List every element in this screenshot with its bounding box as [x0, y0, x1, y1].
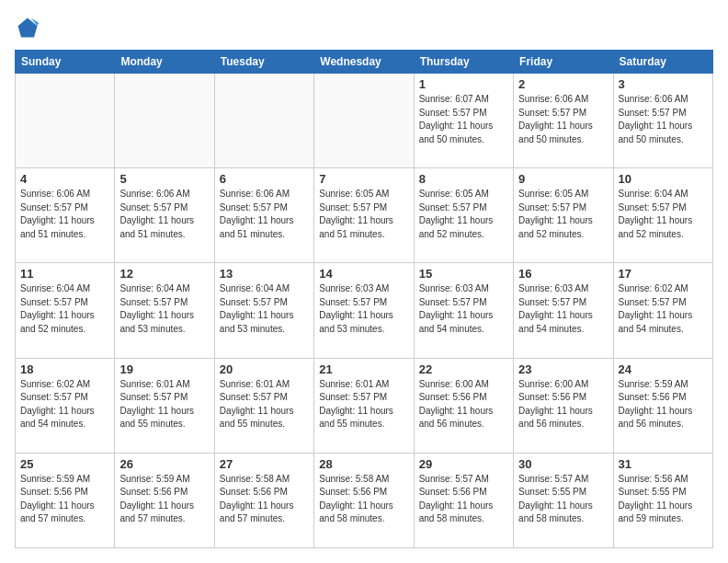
day-info: Sunrise: 6:00 AMSunset: 5:56 PMDaylight:… — [518, 378, 608, 431]
logo — [15, 15, 44, 40]
day-number: 15 — [419, 267, 508, 281]
day-cell-8: 8Sunrise: 6:05 AMSunset: 5:57 PMDaylight… — [414, 168, 513, 263]
day-number: 10 — [619, 172, 708, 186]
day-cell-7: 7Sunrise: 6:05 AMSunset: 5:57 PMDaylight… — [314, 168, 414, 263]
day-cell-27: 27Sunrise: 5:58 AMSunset: 5:56 PMDayligh… — [214, 453, 313, 547]
week-row-5: 25Sunrise: 5:59 AMSunset: 5:56 PMDayligh… — [16, 453, 713, 547]
day-info: Sunrise: 5:58 AMSunset: 5:56 PMDaylight:… — [220, 473, 309, 526]
day-cell-1: 1Sunrise: 6:07 AMSunset: 5:57 PMDaylight… — [414, 74, 513, 168]
week-row-2: 4Sunrise: 6:06 AMSunset: 5:57 PMDaylight… — [16, 168, 713, 263]
empty-cell — [214, 74, 313, 168]
day-cell-30: 30Sunrise: 5:57 AMSunset: 5:55 PMDayligh… — [514, 453, 613, 547]
day-cell-16: 16Sunrise: 6:03 AMSunset: 5:57 PMDayligh… — [514, 263, 613, 358]
calendar-table: SundayMondayTuesdayWednesdayThursdayFrid… — [15, 50, 713, 548]
day-cell-18: 18Sunrise: 6:02 AMSunset: 5:57 PMDayligh… — [16, 358, 115, 453]
day-info: Sunrise: 6:01 AMSunset: 5:57 PMDaylight:… — [220, 378, 309, 431]
day-info: Sunrise: 6:04 AMSunset: 5:57 PMDaylight:… — [119, 282, 209, 336]
weekday-header-row: SundayMondayTuesdayWednesdayThursdayFrid… — [16, 51, 713, 74]
day-cell-3: 3Sunrise: 6:06 AMSunset: 5:57 PMDaylight… — [613, 74, 712, 168]
day-info: Sunrise: 5:59 AMSunset: 5:56 PMDaylight:… — [619, 378, 708, 431]
day-number: 19 — [119, 362, 209, 376]
day-number: 20 — [220, 362, 309, 376]
day-info: Sunrise: 5:58 AMSunset: 5:56 PMDaylight:… — [319, 473, 408, 526]
day-number: 8 — [419, 172, 508, 186]
day-cell-26: 26Sunrise: 5:59 AMSunset: 5:56 PMDayligh… — [115, 453, 214, 547]
day-info: Sunrise: 6:07 AMSunset: 5:57 PMDaylight:… — [419, 93, 508, 146]
day-number: 31 — [619, 457, 708, 471]
page: SundayMondayTuesdayWednesdayThursdayFrid… — [0, 0, 728, 563]
day-number: 21 — [319, 362, 408, 376]
day-cell-11: 11Sunrise: 6:04 AMSunset: 5:57 PMDayligh… — [16, 263, 115, 358]
day-number: 18 — [20, 362, 109, 376]
day-cell-10: 10Sunrise: 6:04 AMSunset: 5:57 PMDayligh… — [613, 168, 712, 263]
day-cell-23: 23Sunrise: 6:00 AMSunset: 5:56 PMDayligh… — [514, 358, 613, 453]
day-cell-25: 25Sunrise: 5:59 AMSunset: 5:56 PMDayligh… — [16, 453, 115, 547]
day-info: Sunrise: 6:02 AMSunset: 5:57 PMDaylight:… — [619, 282, 708, 336]
day-info: Sunrise: 6:06 AMSunset: 5:57 PMDaylight:… — [518, 93, 608, 146]
day-cell-21: 21Sunrise: 6:01 AMSunset: 5:57 PMDayligh… — [314, 358, 414, 453]
day-info: Sunrise: 6:05 AMSunset: 5:57 PMDaylight:… — [319, 188, 408, 241]
day-cell-5: 5Sunrise: 6:06 AMSunset: 5:57 PMDaylight… — [115, 168, 214, 263]
day-number: 14 — [319, 267, 408, 281]
day-cell-4: 4Sunrise: 6:06 AMSunset: 5:57 PMDaylight… — [16, 168, 115, 263]
day-number: 25 — [20, 457, 109, 471]
day-cell-29: 29Sunrise: 5:57 AMSunset: 5:56 PMDayligh… — [414, 453, 513, 547]
day-number: 22 — [419, 362, 508, 376]
day-number: 2 — [518, 77, 608, 91]
empty-cell — [314, 74, 414, 168]
day-cell-22: 22Sunrise: 6:00 AMSunset: 5:56 PMDayligh… — [414, 358, 513, 453]
day-cell-12: 12Sunrise: 6:04 AMSunset: 5:57 PMDayligh… — [115, 263, 214, 358]
weekday-header-friday: Friday — [514, 51, 613, 74]
weekday-header-tuesday: Tuesday — [214, 51, 313, 74]
day-number: 29 — [419, 457, 508, 471]
day-cell-15: 15Sunrise: 6:03 AMSunset: 5:57 PMDayligh… — [414, 263, 513, 358]
day-info: Sunrise: 5:59 AMSunset: 5:56 PMDaylight:… — [20, 473, 109, 526]
day-info: Sunrise: 6:01 AMSunset: 5:57 PMDaylight:… — [319, 378, 408, 431]
weekday-header-saturday: Saturday — [613, 51, 712, 74]
day-number: 16 — [518, 267, 608, 281]
day-number: 24 — [619, 362, 708, 376]
day-cell-31: 31Sunrise: 5:56 AMSunset: 5:55 PMDayligh… — [613, 453, 712, 547]
day-info: Sunrise: 6:06 AMSunset: 5:57 PMDaylight:… — [20, 188, 109, 241]
day-info: Sunrise: 6:01 AMSunset: 5:57 PMDaylight:… — [119, 378, 209, 431]
day-cell-28: 28Sunrise: 5:58 AMSunset: 5:56 PMDayligh… — [314, 453, 414, 547]
day-info: Sunrise: 6:06 AMSunset: 5:57 PMDaylight:… — [220, 188, 309, 241]
day-number: 26 — [119, 457, 209, 471]
day-info: Sunrise: 6:04 AMSunset: 5:57 PMDaylight:… — [619, 188, 708, 241]
day-cell-2: 2Sunrise: 6:06 AMSunset: 5:57 PMDaylight… — [514, 74, 613, 168]
week-row-3: 11Sunrise: 6:04 AMSunset: 5:57 PMDayligh… — [16, 263, 713, 358]
day-number: 12 — [119, 267, 209, 281]
day-cell-6: 6Sunrise: 6:06 AMSunset: 5:57 PMDaylight… — [214, 168, 313, 263]
day-number: 23 — [518, 362, 608, 376]
day-info: Sunrise: 5:59 AMSunset: 5:56 PMDaylight:… — [119, 473, 209, 526]
logo-icon — [15, 15, 40, 40]
day-info: Sunrise: 6:02 AMSunset: 5:57 PMDaylight:… — [20, 378, 109, 431]
day-info: Sunrise: 6:05 AMSunset: 5:57 PMDaylight:… — [518, 188, 608, 241]
day-number: 27 — [220, 457, 309, 471]
day-info: Sunrise: 6:03 AMSunset: 5:57 PMDaylight:… — [319, 282, 408, 336]
day-number: 4 — [20, 172, 109, 186]
day-cell-13: 13Sunrise: 6:04 AMSunset: 5:57 PMDayligh… — [214, 263, 313, 358]
empty-cell — [115, 74, 214, 168]
day-cell-17: 17Sunrise: 6:02 AMSunset: 5:57 PMDayligh… — [613, 263, 712, 358]
day-number: 30 — [518, 457, 608, 471]
day-number: 6 — [220, 172, 309, 186]
day-number: 3 — [619, 77, 708, 91]
weekday-header-monday: Monday — [115, 51, 214, 74]
day-number: 1 — [419, 77, 508, 91]
day-info: Sunrise: 6:03 AMSunset: 5:57 PMDaylight:… — [518, 282, 608, 336]
weekday-header-thursday: Thursday — [414, 51, 513, 74]
day-cell-9: 9Sunrise: 6:05 AMSunset: 5:57 PMDaylight… — [514, 168, 613, 263]
day-info: Sunrise: 5:57 AMSunset: 5:55 PMDaylight:… — [518, 473, 608, 526]
day-number: 11 — [20, 267, 109, 281]
day-number: 28 — [319, 457, 408, 471]
day-info: Sunrise: 6:05 AMSunset: 5:57 PMDaylight:… — [419, 188, 508, 241]
weekday-header-wednesday: Wednesday — [314, 51, 414, 74]
day-info: Sunrise: 5:56 AMSunset: 5:55 PMDaylight:… — [619, 473, 708, 526]
day-number: 13 — [220, 267, 309, 281]
day-cell-24: 24Sunrise: 5:59 AMSunset: 5:56 PMDayligh… — [613, 358, 712, 453]
day-cell-19: 19Sunrise: 6:01 AMSunset: 5:57 PMDayligh… — [115, 358, 214, 453]
day-info: Sunrise: 6:04 AMSunset: 5:57 PMDaylight:… — [220, 282, 309, 336]
week-row-1: 1Sunrise: 6:07 AMSunset: 5:57 PMDaylight… — [16, 74, 713, 168]
day-number: 5 — [119, 172, 209, 186]
